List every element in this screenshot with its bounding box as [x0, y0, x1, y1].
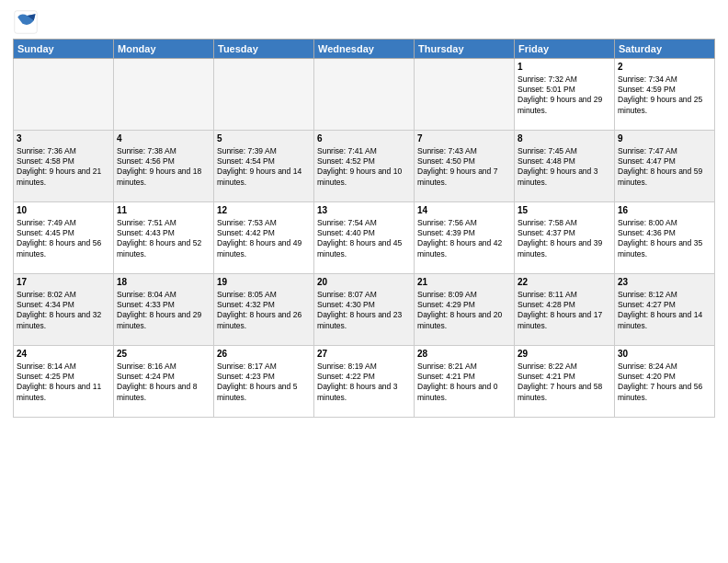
day-info: Sunrise: 8:11 AM	[518, 290, 611, 300]
calendar-cell: 2Sunrise: 7:34 AMSunset: 4:59 PMDaylight…	[615, 59, 715, 131]
day-info: Daylight: 8 hours and 35 minutes.	[618, 238, 711, 259]
calendar-cell: 11Sunrise: 7:51 AMSunset: 4:43 PMDayligh…	[114, 202, 214, 274]
day-info: Sunrise: 7:58 AM	[518, 218, 611, 228]
calendar-cell: 10Sunrise: 7:49 AMSunset: 4:45 PMDayligh…	[14, 202, 114, 274]
day-info: Sunset: 4:34 PM	[17, 300, 110, 310]
day-info: Sunrise: 7:56 AM	[417, 218, 511, 228]
day-info: Sunset: 4:33 PM	[117, 300, 210, 310]
day-info: Daylight: 8 hours and 3 minutes.	[317, 382, 411, 403]
calendar-cell: 29Sunrise: 8:22 AMSunset: 4:21 PMDayligh…	[515, 346, 615, 418]
day-info: Sunset: 4:36 PM	[618, 228, 711, 238]
calendar-cell: 18Sunrise: 8:04 AMSunset: 4:33 PMDayligh…	[114, 274, 214, 346]
day-info: Sunset: 4:43 PM	[117, 228, 210, 238]
day-number: 8	[518, 132, 611, 145]
day-info: Sunset: 4:58 PM	[17, 156, 110, 167]
day-info: Sunrise: 8:16 AM	[117, 362, 210, 372]
day-info: Sunrise: 7:39 AM	[217, 146, 311, 156]
day-number: 2	[618, 61, 711, 74]
calendar-cell: 24Sunrise: 8:14 AMSunset: 4:25 PMDayligh…	[14, 346, 114, 418]
day-number: 7	[417, 132, 511, 145]
day-info: Sunset: 4:47 PM	[618, 156, 711, 167]
day-number: 29	[518, 348, 611, 361]
day-info: Sunset: 4:50 PM	[417, 156, 511, 167]
day-info: Sunrise: 8:21 AM	[417, 362, 511, 372]
day-info: Sunset: 4:32 PM	[217, 300, 311, 310]
day-info: Sunset: 4:25 PM	[17, 372, 110, 382]
day-number: 12	[217, 204, 311, 217]
day-info: Sunrise: 8:09 AM	[417, 290, 511, 300]
calendar-cell	[114, 59, 214, 131]
day-number: 18	[117, 276, 210, 289]
calendar-cell: 19Sunrise: 8:05 AMSunset: 4:32 PMDayligh…	[214, 274, 314, 346]
logo	[13, 9, 40, 35]
col-header-wednesday: Wednesday	[314, 40, 415, 59]
day-info: Sunset: 4:21 PM	[417, 372, 511, 382]
day-info: Sunset: 4:56 PM	[117, 156, 210, 167]
day-info: Sunrise: 7:36 AM	[17, 146, 110, 156]
day-info: Sunset: 4:23 PM	[217, 372, 311, 382]
day-number: 3	[17, 132, 110, 145]
calendar-cell: 1Sunrise: 7:32 AMSunset: 5:01 PMDaylight…	[515, 59, 615, 131]
day-info: Daylight: 8 hours and 42 minutes.	[417, 238, 511, 259]
col-header-saturday: Saturday	[615, 40, 715, 59]
day-number: 16	[618, 204, 711, 217]
day-info: Daylight: 8 hours and 20 minutes.	[417, 310, 511, 331]
calendar-cell	[214, 59, 314, 131]
day-info: Sunrise: 7:34 AM	[618, 75, 711, 85]
day-info: Sunrise: 7:32 AM	[518, 75, 611, 85]
day-info: Daylight: 9 hours and 29 minutes.	[518, 95, 611, 116]
day-info: Daylight: 8 hours and 49 minutes.	[217, 238, 311, 259]
day-info: Sunrise: 7:38 AM	[117, 146, 210, 156]
day-number: 24	[17, 348, 110, 361]
day-info: Sunrise: 7:43 AM	[417, 146, 511, 156]
day-number: 25	[117, 348, 210, 361]
day-info: Daylight: 9 hours and 18 minutes.	[117, 167, 210, 188]
day-info: Daylight: 8 hours and 14 minutes.	[618, 310, 711, 331]
calendar-cell: 14Sunrise: 7:56 AMSunset: 4:39 PMDayligh…	[415, 202, 515, 274]
day-number: 6	[317, 132, 411, 145]
day-info: Daylight: 8 hours and 29 minutes.	[117, 310, 210, 331]
day-info: Sunrise: 8:00 AM	[618, 218, 711, 228]
calendar-cell: 12Sunrise: 7:53 AMSunset: 4:42 PMDayligh…	[214, 202, 314, 274]
day-number: 27	[317, 348, 411, 361]
day-info: Daylight: 9 hours and 10 minutes.	[317, 167, 411, 188]
day-number: 20	[317, 276, 411, 289]
header-row: SundayMondayTuesdayWednesdayThursdayFrid…	[14, 40, 715, 59]
calendar-cell: 26Sunrise: 8:17 AMSunset: 4:23 PMDayligh…	[214, 346, 314, 418]
day-info: Sunrise: 8:12 AM	[618, 290, 711, 300]
calendar-cell: 16Sunrise: 8:00 AMSunset: 4:36 PMDayligh…	[615, 202, 715, 274]
day-info: Daylight: 9 hours and 25 minutes.	[618, 95, 711, 116]
day-info: Sunset: 4:52 PM	[317, 156, 411, 167]
calendar-cell: 30Sunrise: 8:24 AMSunset: 4:20 PMDayligh…	[615, 346, 715, 418]
day-number: 19	[217, 276, 311, 289]
day-info: Daylight: 8 hours and 0 minutes.	[417, 382, 511, 403]
calendar-cell: 5Sunrise: 7:39 AMSunset: 4:54 PMDaylight…	[214, 131, 314, 202]
day-info: Daylight: 8 hours and 26 minutes.	[217, 310, 311, 331]
day-info: Daylight: 9 hours and 14 minutes.	[217, 167, 311, 188]
day-info: Sunset: 4:20 PM	[618, 372, 711, 382]
day-info: Daylight: 8 hours and 59 minutes.	[618, 167, 711, 188]
day-number: 4	[117, 132, 210, 145]
day-info: Sunset: 4:22 PM	[317, 372, 411, 382]
day-info: Sunset: 4:40 PM	[317, 228, 411, 238]
day-info: Sunrise: 8:24 AM	[618, 362, 711, 372]
calendar-cell: 3Sunrise: 7:36 AMSunset: 4:58 PMDaylight…	[14, 131, 114, 202]
day-info: Sunset: 4:42 PM	[217, 228, 311, 238]
day-number: 10	[17, 204, 110, 217]
col-header-tuesday: Tuesday	[214, 40, 314, 59]
day-info: Daylight: 8 hours and 17 minutes.	[518, 310, 611, 331]
day-info: Sunset: 4:59 PM	[618, 85, 711, 95]
day-info: Daylight: 8 hours and 32 minutes.	[17, 310, 110, 331]
calendar-cell: 17Sunrise: 8:02 AMSunset: 4:34 PMDayligh…	[14, 274, 114, 346]
header	[13, 9, 715, 35]
day-info: Sunrise: 8:02 AM	[17, 290, 110, 300]
day-info: Daylight: 8 hours and 5 minutes.	[217, 382, 311, 403]
day-info: Sunrise: 7:47 AM	[618, 146, 711, 156]
day-info: Sunrise: 8:22 AM	[518, 362, 611, 372]
day-info: Sunset: 4:24 PM	[117, 372, 210, 382]
day-info: Daylight: 8 hours and 39 minutes.	[518, 238, 611, 259]
day-info: Sunset: 4:54 PM	[217, 156, 311, 167]
day-number: 17	[17, 276, 110, 289]
day-info: Sunset: 4:28 PM	[518, 300, 611, 310]
calendar-cell: 23Sunrise: 8:12 AMSunset: 4:27 PMDayligh…	[615, 274, 715, 346]
